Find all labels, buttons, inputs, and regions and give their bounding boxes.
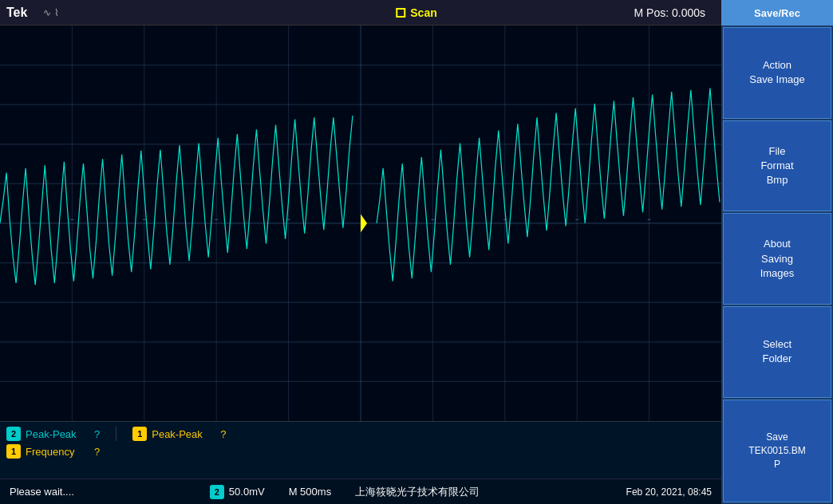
m-time-value: M 500ms [289,486,331,498]
please-wait-text: Please wait.... [0,486,96,498]
ch2-badge: 2 [6,427,21,441]
waveform-right [377,88,720,281]
action-save-image-button[interactable]: ActionSave Image [723,27,831,119]
save-tek-button[interactable]: SaveTEK0015.BMP [723,400,831,502]
save-tek-label: SaveTEK0015.BMP [748,431,805,471]
right-panel: ActionSave Image FileFormatBmp AboutSavi… [721,26,833,504]
tek-label: Tek [6,6,27,20]
waveform-svg [0,26,721,421]
frequency-1-label: Frequency [26,446,89,458]
waveform-left [0,116,353,285]
datetime-text: Feb 20, 2021, 08:45 [594,486,721,498]
scope-display: 2 Peak-Peak ? 1 Frequency ? 1 Peak-Peak [0,26,721,504]
scan-label: Scan [410,6,436,19]
select-folder-button[interactable]: SelectFolder [723,306,831,398]
peak-peak-1-value: ? [220,428,226,440]
ch2-mv-value: 50.0mV [229,486,265,498]
ch2-status-badge: 2 [210,485,224,499]
select-folder-label: SelectFolder [763,337,792,366]
ch1-freq-badge: 1 [6,444,21,459]
measurement-item-peak-peak-1: 1 Peak-Peak ? [132,427,226,441]
file-format-bmp-label: FileFormatBmp [760,144,793,188]
ch1-peak-badge: 1 [132,427,147,441]
action-save-image-label: ActionSave Image [749,58,804,87]
ch2-indicator: 2 50.0mV [210,485,265,499]
status-center: 2 50.0mV M 500ms 上海筱晓光子技术有限公司 [96,485,594,499]
about-saving-images-label: AboutSavingImages [760,237,795,281]
signal-icon: ∿ ⌇ [43,7,58,18]
measurement-bar: 2 Peak-Peak ? 1 Frequency ? 1 Peak-Peak [0,421,721,478]
scan-box-icon [396,8,405,18]
file-format-bmp-button[interactable]: FileFormatBmp [723,120,831,212]
left-measurements: 2 Peak-Peak ? 1 Frequency ? [6,427,100,459]
main-container: Tek ∿ ⌇ Scan M Pos: 0.000s Save/Rec [0,0,833,504]
peak-peak-2-value: ? [94,428,100,440]
trigger-arrow [361,214,367,232]
content-area: 2 Peak-Peak ? 1 Frequency ? 1 Peak-Peak [0,26,833,504]
company-name: 上海筱晓光子技术有限公司 [355,485,480,499]
right-measurements: 1 Peak-Peak ? [116,427,226,441]
save-rec-tab[interactable]: Save/Rec [721,0,833,26]
status-bar: Please wait.... 2 50.0mV M 500ms 上海筱晓光子技… [0,478,721,504]
peak-peak-2-label: Peak-Peak [26,428,89,440]
scan-indicator: Scan [396,6,436,19]
m-pos-label: M Pos: 0.000s [634,6,706,19]
top-bar: Tek ∿ ⌇ Scan M Pos: 0.000s Save/Rec [0,0,833,26]
peak-peak-1-label: Peak-Peak [152,428,215,440]
measurement-item-frequency-1: 1 Frequency ? [6,444,100,459]
measurement-item-peak-peak-2: 2 Peak-Peak ? [6,427,100,441]
frequency-1-value: ? [94,446,100,458]
about-saving-images-button[interactable]: AboutSavingImages [723,213,831,305]
scope-screen [0,26,721,421]
save-rec-label: Save/Rec [754,7,800,19]
